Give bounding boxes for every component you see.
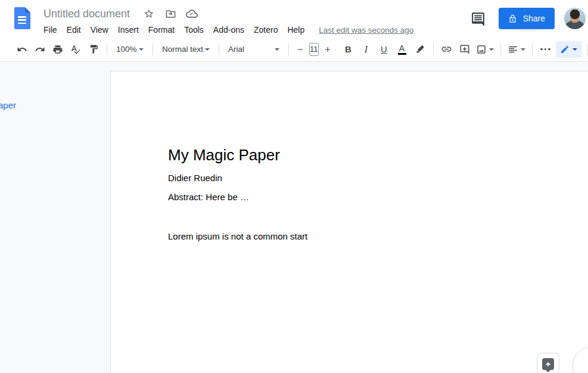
doc-paragraph-text[interactable]: Lorem ipsum is not a common start [168,231,588,241]
text-color-icon: A [398,44,406,55]
cloud-saved-icon[interactable] [186,8,198,20]
zoom-dropdown[interactable]: 100% [111,41,148,58]
paragraph-style-value: Normal text [162,45,203,54]
toolbar-separator [587,43,588,55]
insert-image-icon [476,44,487,55]
chevron-down-icon [205,48,210,51]
toolbar-separator [288,43,289,55]
menu-format[interactable]: Format [144,24,179,36]
increase-font-size-button[interactable] [321,41,334,58]
italic-button[interactable]: I [358,41,375,58]
toolbar-separator [532,43,533,55]
header-right: Share [470,8,586,29]
toolbar: 100% Normal text Arial 11 B I U A [0,37,588,62]
print-button[interactable] [49,41,66,58]
undo-icon [17,44,27,55]
bold-icon: B [345,44,351,54]
menu-help[interactable]: Help [282,24,309,36]
print-icon [52,44,63,55]
app-header: Untitled document File Edit View Insert … [0,0,588,37]
docs-logo-lines [18,16,26,26]
zoom-value: 100% [116,45,137,54]
highlight-color-button[interactable] [412,41,428,58]
spellcheck-icon [70,44,81,55]
menu-view[interactable]: View [86,24,113,36]
account-avatar[interactable] [564,8,586,29]
editing-mode-button[interactable] [556,41,582,58]
font-family-dropdown[interactable]: Arial [223,41,284,58]
toolbar-separator [219,43,219,55]
chevron-down-icon [521,48,525,51]
header-main: Untitled document File Edit View Insert … [43,0,470,36]
more-options-button[interactable] [537,41,554,58]
menu-addons[interactable]: Add-ons [209,24,249,36]
bold-button[interactable]: B [340,41,357,58]
decrease-font-size-button[interactable] [294,41,307,58]
document-canvas: aper My Magic Paper Didier Ruedin Abstra… [0,62,588,373]
toolbar-separator [433,43,434,55]
open-comments-button[interactable] [470,10,487,27]
toolbar-separator [500,43,501,55]
menu-bar: File Edit View Insert Format Tools Add-o… [43,24,470,36]
italic-icon: I [365,44,368,55]
share-button[interactable]: Share [499,8,555,29]
document-title[interactable]: Untitled document [43,8,130,20]
paint-format-button[interactable] [85,41,102,58]
doc-title-text[interactable]: My Magic Paper [168,145,588,164]
chevron-down-icon [139,48,144,51]
underline-icon: U [381,44,387,54]
share-label: Share [523,14,545,23]
spellcheck-button[interactable] [67,41,84,58]
outline-item[interactable]: aper [0,100,16,110]
menu-edit[interactable]: Edit [62,24,86,36]
chevron-down-icon [275,48,279,51]
text-color-button[interactable]: A [394,41,410,58]
paint-format-icon [89,44,99,54]
menu-insert[interactable]: Insert [113,24,144,36]
comments-icon [471,11,486,26]
explore-sparkle-icon: ✦ [542,358,554,370]
menu-file[interactable]: File [39,24,62,36]
star-icon[interactable] [143,8,155,20]
last-edit-link[interactable]: Last edit was seconds ago [319,26,413,35]
document-page[interactable]: My Magic Paper Didier Ruedin Abstract: H… [110,71,588,373]
align-dropdown[interactable] [505,41,528,58]
editing-mode-pencil-icon [560,45,570,54]
explore-button[interactable]: ✦ [537,353,559,373]
menu-zotero[interactable]: Zotero [249,24,282,36]
plus-icon [323,45,332,54]
insert-image-button[interactable] [474,41,496,58]
paragraph-style-dropdown[interactable]: Normal text [157,41,214,58]
font-family-value: Arial [228,45,244,54]
move-to-folder-icon[interactable] [164,8,176,20]
insert-link-icon [441,43,452,55]
lock-icon [508,14,517,23]
align-icon [508,44,518,55]
more-icon [540,48,550,51]
toolbar-separator [107,43,107,55]
highlight-icon [415,44,425,54]
minus-icon [296,45,304,54]
font-size-input[interactable]: 11 [309,43,319,56]
page-content: My Magic Paper Didier Ruedin Abstract: H… [111,72,588,241]
redo-icon [35,44,45,55]
doc-abstract-text[interactable]: Abstract: Here be … [168,192,588,202]
add-comment-button[interactable] [456,41,473,58]
chevron-down-icon [573,48,577,51]
undo-button[interactable] [14,41,30,58]
chevron-down-icon [489,48,494,51]
title-row: Untitled document [43,5,470,23]
docs-logo-icon[interactable] [14,7,30,29]
add-comment-icon [459,44,470,55]
insert-link-button[interactable] [438,41,455,58]
toolbar-separator [153,43,153,55]
underline-button[interactable]: U [376,41,393,58]
menu-tools[interactable]: Tools [179,24,209,36]
redo-button[interactable] [32,41,48,58]
doc-author-text[interactable]: Didier Ruedin [168,173,588,183]
